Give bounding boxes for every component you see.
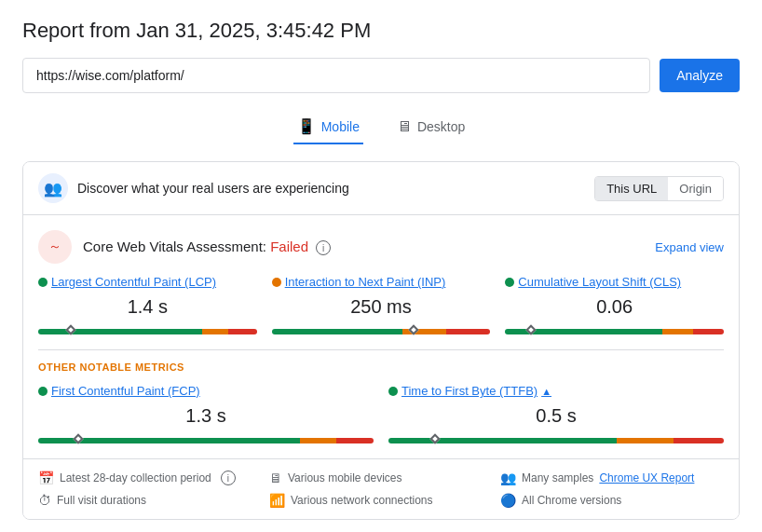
fcp-bar-orange [300,438,337,443]
core-vitals-grid: Largest Contentful Paint (LCP) 1.4 s [38,275,724,334]
url-origin-toggle: This URL Origin [594,176,724,201]
real-users-header: 👥 Discover what your real users are expe… [23,162,739,214]
other-metrics-grid: First Contentful Paint (FCP) 1.3 s [38,384,724,443]
cls-marker [526,325,536,338]
assessment-status: Failed [270,239,308,254]
origin-button[interactable]: Origin [668,177,723,200]
metric-inp: Interaction to Next Paint (INP) 250 ms [272,275,491,334]
this-url-button[interactable]: This URL [595,177,668,200]
tab-desktop[interactable]: 🖥 Desktop [393,110,469,144]
fcp-track [38,438,374,443]
inp-marker [409,325,418,338]
expand-view-link[interactable]: Expand view [655,240,724,254]
network-icon: 📶 [269,493,285,508]
cls-name[interactable]: Cumulative Layout Shift (CLS) [505,275,724,289]
inp-bar-green [272,329,403,334]
monitor-icon: 🖥 [269,471,282,485]
desktop-icon: 🖥 [397,118,412,135]
ttfb-name[interactable]: Time to First Byte (TTFB) ▲ [388,384,724,398]
fcp-bar-red [336,438,374,443]
assessment-text: Core Web Vitals Assessment: Failed i [83,239,331,256]
inp-bar-red [446,329,490,334]
fcp-name[interactable]: First Contentful Paint (FCP) [38,384,374,398]
assessment-left: ～ Core Web Vitals Assessment: Failed i [38,230,331,264]
fcp-bar [38,438,374,443]
fcp-marker [74,434,83,447]
footer-chrome-versions: 🔵 All Chrome versions [500,493,724,508]
calendar-icon: 📅 [38,471,54,485]
fcp-value: 1.3 s [38,405,374,427]
lcp-marker-diamond [66,324,76,334]
tab-desktop-label: Desktop [417,119,465,134]
lcp-value: 1.4 s [38,296,257,318]
footer-many-samples: 👥 Many samples Chrome UX Report [500,471,724,485]
tab-mobile-label: Mobile [321,119,360,134]
inp-track [272,329,491,334]
footer-full-visit: ⏱ Full visit durations [38,493,262,508]
assessment-info-icon[interactable]: i [316,240,331,255]
inp-bar [272,329,491,334]
lcp-dot [38,278,48,287]
ttfb-value: 0.5 s [388,405,724,427]
inp-dot [272,278,281,287]
real-users-text: Discover what your real users are experi… [77,181,349,196]
lcp-bar-red [228,329,257,334]
cls-bar [505,329,724,334]
footer-collection-period: 📅 Latest 28-day collection period i [38,471,262,485]
chrome-ux-report-link[interactable]: Chrome UX Report [599,471,694,484]
metric-lcp: Largest Contentful Paint (LCP) 1.4 s [38,275,257,334]
fcp-dot [38,387,48,396]
cls-value: 0.06 [505,296,724,318]
url-input[interactable] [22,58,650,93]
lcp-bar [38,329,257,334]
ttfb-dot [388,387,398,396]
ttfb-marker [430,434,440,447]
lcp-bar-orange [202,329,228,334]
url-bar: Analyze [22,58,740,93]
mobile-icon: 📱 [297,117,316,135]
report-title: Report from Jan 31, 2025, 3:45:42 PM [22,19,740,43]
cls-dot [505,278,514,287]
inp-marker-diamond [409,324,419,334]
real-users-left: 👥 Discover what your real users are expe… [38,173,349,203]
metric-cls: Cumulative Layout Shift (CLS) 0.06 [505,275,724,334]
lcp-marker [66,325,75,338]
ttfb-marker-diamond [430,433,441,443]
page: Report from Jan 31, 2025, 3:45:42 PM Ana… [0,0,762,532]
cls-bar-red [693,329,724,334]
metric-ttfb: Time to First Byte (TTFB) ▲ 0.5 s [388,384,724,443]
cls-track [505,329,724,334]
ttfb-bar [388,438,724,443]
ttfb-bar-orange [617,438,674,443]
inp-value: 250 ms [272,296,491,318]
other-metrics-label: OTHER NOTABLE METRICS [38,361,724,373]
ttfb-bar-green [388,438,617,443]
users-icon: 👥 [38,173,68,203]
real-users-section: 👥 Discover what your real users are expe… [22,161,740,520]
ttfb-triangle-icon: ▲ [541,386,551,397]
tabs-container: 📱 Mobile 🖥 Desktop [22,110,740,144]
fcp-marker-diamond [74,433,84,443]
collection-info-icon[interactable]: i [221,471,236,485]
footer-network: 📶 Various network connections [269,493,493,508]
tab-mobile[interactable]: 📱 Mobile [293,110,363,144]
footer: 📅 Latest 28-day collection period i 🖥 Va… [23,458,739,519]
lcp-bar-green [38,329,202,334]
metrics-divider [38,349,724,350]
metric-fcp: First Contentful Paint (FCP) 1.3 s [38,384,374,443]
ttfb-bar-red [674,438,724,443]
chrome-icon: 🔵 [500,493,516,508]
cls-marker-diamond [526,324,537,334]
lcp-name[interactable]: Largest Contentful Paint (LCP) [38,275,257,289]
assessment-row: ～ Core Web Vitals Assessment: Failed i E… [38,230,724,264]
footer-mobile-devices: 🖥 Various mobile devices [269,471,493,485]
people-icon: 👥 [500,471,516,485]
cls-bar-orange [662,329,693,334]
timer-icon: ⏱ [38,493,51,508]
analyze-button[interactable]: Analyze [660,59,740,92]
metrics-container: ～ Core Web Vitals Assessment: Failed i E… [23,214,739,458]
failed-icon: ～ [38,230,72,264]
inp-name[interactable]: Interaction to Next Paint (INP) [272,275,491,289]
